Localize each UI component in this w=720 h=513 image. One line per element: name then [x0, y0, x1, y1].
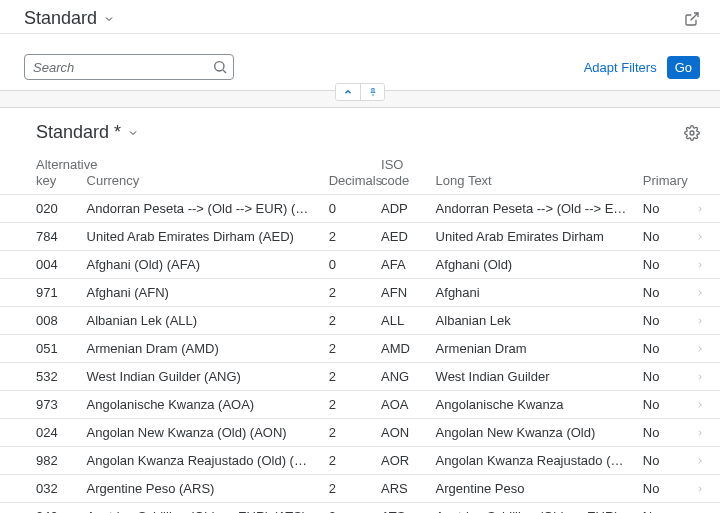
cell-primary: No: [635, 475, 687, 503]
cell-long-text: Austrian Schilling (Old --> EUR): [428, 503, 635, 513]
table-row[interactable]: 032Argentine Peso (ARS)2ARSArgentine Pes…: [0, 475, 720, 503]
cell-long-text: Angolan New Kwanza (Old): [428, 419, 635, 447]
table-row[interactable]: 973Angolanische Kwanza (AOA)2AOAAngolani…: [0, 391, 720, 419]
row-nav[interactable]: [687, 447, 720, 475]
row-nav[interactable]: [687, 503, 720, 513]
cell-long-text: Armenian Dram: [428, 335, 635, 363]
table-row[interactable]: 008Albanian Lek (ALL)2ALLAlbanian LekNo: [0, 307, 720, 335]
row-nav[interactable]: [687, 335, 720, 363]
row-nav[interactable]: [687, 223, 720, 251]
cell-long-text: Afghani (Old): [428, 251, 635, 279]
search-input[interactable]: [24, 54, 234, 80]
cell-iso: AFN: [373, 279, 428, 307]
chevron-right-icon: [695, 288, 705, 298]
cell-alt-key: 784: [0, 223, 79, 251]
col-header-primary[interactable]: Primary: [635, 151, 687, 195]
chevron-right-icon: [695, 484, 705, 494]
table-row[interactable]: 982Angolan Kwanza Reajustado (Old) (AOR)…: [0, 447, 720, 475]
cell-iso: ALL: [373, 307, 428, 335]
currency-table: Alternative key Currency Decimals ISO co…: [0, 151, 720, 513]
chevron-right-icon: [695, 400, 705, 410]
cell-primary: No: [635, 195, 687, 223]
cell-currency: United Arab Emirates Dirham (AED): [79, 223, 321, 251]
row-nav[interactable]: [687, 391, 720, 419]
go-button[interactable]: Go: [667, 56, 700, 79]
cell-currency: Armenian Dram (AMD): [79, 335, 321, 363]
cell-iso: ARS: [373, 475, 428, 503]
chevron-right-icon: [695, 428, 705, 438]
chevron-up-icon: [343, 87, 353, 97]
cell-primary: No: [635, 251, 687, 279]
cell-primary: No: [635, 335, 687, 363]
cell-primary: No: [635, 419, 687, 447]
cell-long-text: Afghani: [428, 279, 635, 307]
chevron-right-icon: [695, 204, 705, 214]
svg-point-1: [215, 62, 224, 71]
cell-currency: West Indian Guilder (ANG): [79, 363, 321, 391]
table-row[interactable]: 784United Arab Emirates Dirham (AED)2AED…: [0, 223, 720, 251]
adapt-filters-button[interactable]: Adapt Filters: [584, 60, 657, 75]
cell-decimals: 2: [321, 447, 373, 475]
cell-primary: No: [635, 223, 687, 251]
chevron-right-icon: [695, 372, 705, 382]
table-row[interactable]: 020Andorran Peseta --> (Old --> EUR) (AD…: [0, 195, 720, 223]
cell-currency: Angolanische Kwanza (AOA): [79, 391, 321, 419]
page-variant-label: Standard: [24, 8, 97, 29]
anchor-bar: [0, 90, 720, 108]
chevron-right-icon: [695, 232, 705, 242]
collapse-header-button[interactable]: [336, 84, 360, 100]
cell-long-text: Angolan Kwanza Reajustado (Old): [428, 447, 635, 475]
cell-decimals: 0: [321, 195, 373, 223]
cell-currency: Albanian Lek (ALL): [79, 307, 321, 335]
table-row[interactable]: 971Afghani (AFN)2AFNAfghaniNo: [0, 279, 720, 307]
col-header-decimals[interactable]: Decimals: [321, 151, 373, 195]
row-nav[interactable]: [687, 195, 720, 223]
cell-currency: Andorran Peseta --> (Old --> EUR) (ADP): [79, 195, 321, 223]
cell-iso: AMD: [373, 335, 428, 363]
share-icon[interactable]: [684, 11, 700, 27]
cell-alt-key: 532: [0, 363, 79, 391]
page-variant-selector[interactable]: Standard: [24, 8, 115, 29]
pin-header-button[interactable]: [360, 84, 384, 100]
table-variant-selector[interactable]: Standard *: [36, 122, 139, 143]
cell-iso: AFA: [373, 251, 428, 279]
cell-decimals: 2: [321, 391, 373, 419]
cell-alt-key: 008: [0, 307, 79, 335]
col-header-alt-key[interactable]: Alternative key: [0, 151, 79, 195]
chevron-down-icon: [127, 127, 139, 139]
cell-iso: AON: [373, 419, 428, 447]
cell-decimals: 2: [321, 279, 373, 307]
svg-point-3: [690, 131, 694, 135]
cell-decimals: 0: [321, 251, 373, 279]
cell-currency: Angolan Kwanza Reajustado (Old) (AOR): [79, 447, 321, 475]
cell-currency: Austrian Schilling (Old --> EUR) (ATS): [79, 503, 321, 513]
row-nav[interactable]: [687, 279, 720, 307]
table-row[interactable]: 024Angolan New Kwanza (Old) (AON)2AONAng…: [0, 419, 720, 447]
cell-currency: Afghani (Old) (AFA): [79, 251, 321, 279]
pin-icon: [368, 87, 378, 97]
row-nav[interactable]: [687, 419, 720, 447]
row-nav[interactable]: [687, 475, 720, 503]
table-row[interactable]: 004Afghani (Old) (AFA)0AFAAfghani (Old)N…: [0, 251, 720, 279]
row-nav[interactable]: [687, 307, 720, 335]
col-header-iso[interactable]: ISO code: [373, 151, 428, 195]
col-header-currency[interactable]: Currency: [79, 151, 321, 195]
cell-alt-key: 020: [0, 195, 79, 223]
gear-icon[interactable]: [684, 125, 700, 141]
cell-long-text: Andorran Peseta --> (Old --> EUR): [428, 195, 635, 223]
cell-decimals: 2: [321, 335, 373, 363]
cell-long-text: West Indian Guilder: [428, 363, 635, 391]
table-row[interactable]: 040Austrian Schilling (Old --> EUR) (ATS…: [0, 503, 720, 513]
col-header-long-text[interactable]: Long Text: [428, 151, 635, 195]
cell-primary: No: [635, 391, 687, 419]
table-row[interactable]: 532West Indian Guilder (ANG)2ANGWest Ind…: [0, 363, 720, 391]
cell-iso: ATS: [373, 503, 428, 513]
cell-decimals: 2: [321, 363, 373, 391]
svg-line-2: [223, 70, 226, 73]
search-button[interactable]: [212, 58, 230, 76]
cell-primary: No: [635, 279, 687, 307]
table-row[interactable]: 051Armenian Dram (AMD)2AMDArmenian DramN…: [0, 335, 720, 363]
row-nav[interactable]: [687, 363, 720, 391]
row-nav[interactable]: [687, 251, 720, 279]
cell-currency: Angolan New Kwanza (Old) (AON): [79, 419, 321, 447]
